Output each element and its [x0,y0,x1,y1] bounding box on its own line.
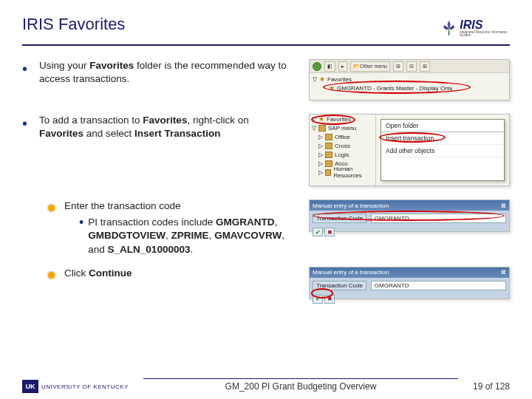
bullet-icon: • [22,116,27,131]
close-icon: ⊠ [501,269,506,276]
iris-logo-text: IRIS [460,19,510,31]
enter-icon [313,62,321,71]
sap-toolbar: ◧ ▸ 📂 Other menu ⊞ ⊟ ⊞ [310,60,509,73]
cancel-icon: ✖ [324,228,335,236]
screenshot-context-menu: ▽★Favorites ▽SAP menu ▷Office ▷Cross ▷Lo… [309,114,510,186]
iris-logo: IRIS Integrated Resource Information Sys… [440,15,510,41]
screenshot-transaction-dialog-2: Manual entry of a transaction⊠ Transacti… [309,267,510,299]
star-icon: ✹ [46,267,57,284]
inner-bullet-text: PI transaction codes include GMGRANTD, G… [88,216,301,256]
dialog-titlebar: Manual entry of a transaction⊠ [310,200,509,211]
bullet-2-text: To add a transaction to Favorites, right… [39,114,301,140]
footer-title: GM_200 PI Grant Budgeting Overview [143,378,458,393]
footer: UK UNIVERSITY OF KENTUCKY GM_200 PI Gran… [22,378,510,393]
bullet-icon: • [79,216,83,229]
toolbar-btn: ◧ [324,61,335,72]
bullet-1-text: Using your Favorites folder is the recom… [39,59,301,86]
toolbar-btn: ▸ [338,61,347,72]
highlight-ring-icon [313,211,505,221]
transaction-code-input: GMGRANTD [371,281,506,290]
continue-icon: ✔ [313,228,323,236]
uk-logo: UK UNIVERSITY OF KENTUCKY [22,380,129,393]
title-bar: IRIS Favorites IRIS Integrated Resource … [22,15,510,46]
menu-item: Open folder [381,120,504,132]
highlight-ring-icon [379,132,446,143]
star-icon: ✹ [46,200,57,216]
uk-mark-icon: UK [22,380,38,393]
page-number: 19 of 128 [473,381,510,393]
close-icon: ⊠ [501,202,506,209]
context-menu: Open folder Insert transaction Add other… [381,119,505,181]
star-row-2: ✹ Click Continue Manual entry of a trans… [46,267,510,299]
bullet-row-1: • Using your Favorites folder is the rec… [22,59,510,100]
star-row-1: ✹ Enter the transaction code • PI transa… [46,200,510,256]
toolbar-btn: ⊞ [420,61,430,72]
other-menu-btn: 📂 Other menu [350,61,390,72]
toolbar-btn: ⊞ [393,61,403,72]
star-1-text: Enter the transaction code • PI transact… [64,200,301,256]
star-2-text: Click Continue [64,267,301,280]
highlight-ring-icon [311,288,333,299]
uk-logo-text: UNIVERSITY OF KENTUCKY [41,383,129,390]
slide-title: IRIS Favorites [22,15,125,34]
screenshot-transaction-dialog-1: Manual entry of a transaction⊠ Transacti… [309,200,510,232]
dialog-titlebar: Manual entry of a transaction⊠ [310,267,509,278]
menu-item: Add other objects [381,145,504,157]
screenshot-favorites-tree: ◧ ▸ 📂 Other menu ⊞ ⊟ ⊞ ▽★Favorites ★GMGR… [309,59,510,100]
iris-flower-icon [440,17,458,39]
toolbar-btn: ⊟ [406,61,417,72]
iris-logo-sub: Integrated Resource Information System [460,31,510,38]
highlight-ring-icon [323,81,471,94]
sap-tree-panel: ▽★Favorites ▽SAP menu ▷Office ▷Cross ▷Lo… [310,115,376,185]
highlight-ring-icon [311,115,355,125]
bullet-row-2: • To add a transaction to Favorites, rig… [22,114,510,186]
bullet-icon: • [22,61,27,76]
